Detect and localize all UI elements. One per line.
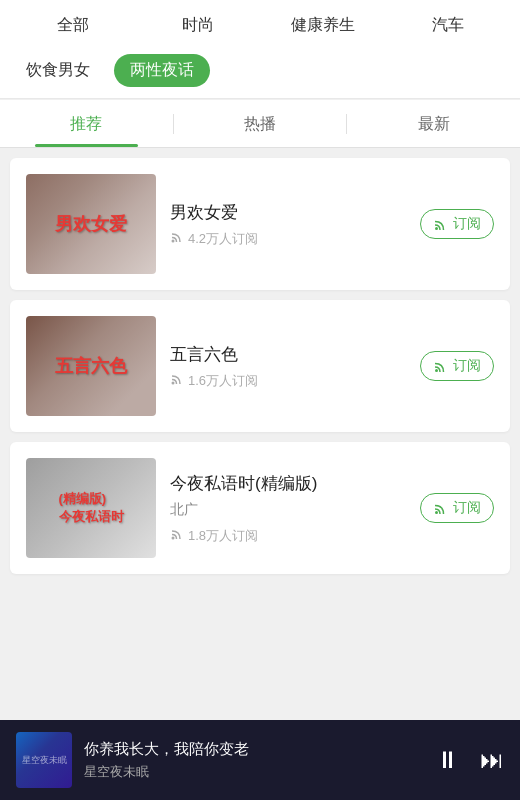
category-nav-row1: 全部 时尚 健康养生 汽车 — [10, 0, 510, 50]
svg-point-0 — [172, 240, 175, 243]
top-nav: 全部 时尚 健康养生 汽车 饮食男女 两性夜话 — [0, 0, 520, 99]
card-3-thumb-text: (精编版) 今夜私语时 — [26, 458, 156, 558]
card-3-subscribe-btn[interactable]: 订阅 — [420, 493, 494, 523]
svg-point-5 — [435, 511, 438, 514]
svg-point-4 — [172, 537, 175, 540]
card-1-subscribe-label: 订阅 — [453, 215, 481, 233]
card-2-subscribe-btn[interactable]: 订阅 — [420, 351, 494, 381]
svg-point-2 — [172, 382, 175, 385]
rss-icon-3 — [170, 527, 184, 544]
card-2-thumb-text: 五言六色 — [26, 316, 156, 416]
card-1-subscribe-btn[interactable]: 订阅 — [420, 209, 494, 239]
card-2-title: 五言六色 — [170, 343, 410, 366]
next-button[interactable]: ⏭ — [480, 746, 504, 774]
player-thumb: 星空夜未眠 — [16, 732, 72, 788]
svg-point-1 — [435, 227, 438, 230]
sub-tabs: 推荐 热播 最新 — [0, 100, 520, 148]
card-3-subscribe-label: 订阅 — [453, 499, 481, 517]
content-area: 男欢女爱 男欢女爱 4.2万人订阅 — [0, 148, 520, 720]
card-2-thumb: 五言六色 — [26, 316, 156, 416]
card-1-info: 男欢女爱 4.2万人订阅 — [170, 201, 410, 248]
card-2-meta: 1.6万人订阅 — [170, 372, 410, 390]
card-3-subtitle: 北广 — [170, 501, 410, 519]
card-2-info: 五言六色 1.6万人订阅 — [170, 343, 410, 390]
card-2: 五言六色 五言六色 1.6万人订阅 — [10, 300, 510, 432]
nav-fashion[interactable]: 时尚 — [135, 5, 260, 46]
player-info: 你养我长大，我陪你变老 星空夜未眠 — [84, 740, 436, 781]
card-1-title: 男欢女爱 — [170, 201, 410, 224]
player-subtitle: 星空夜未眠 — [84, 763, 436, 781]
nav-car[interactable]: 汽车 — [385, 5, 510, 46]
tab-latest[interactable]: 最新 — [347, 100, 520, 147]
bottom-player: 星空夜未眠 你养我长大，我陪你变老 星空夜未眠 ⏸ ⏭ — [0, 720, 520, 800]
card-2-subscribe-label: 订阅 — [453, 357, 481, 375]
card-1-thumb: 男欢女爱 — [26, 174, 156, 274]
card-3-title: 今夜私语时(精编版) — [170, 472, 410, 495]
card-2-right: 订阅 — [420, 351, 494, 381]
card-3-thumb: (精编版) 今夜私语时 — [26, 458, 156, 558]
card-1-meta: 4.2万人订阅 — [170, 230, 410, 248]
svg-point-3 — [435, 369, 438, 372]
player-thumb-text: 星空夜未眠 — [20, 752, 69, 769]
rss-icon-2 — [170, 372, 184, 389]
player-controls: ⏸ ⏭ — [436, 746, 504, 774]
rss-icon-1 — [170, 230, 184, 247]
card-3: (精编版) 今夜私语时 今夜私语时(精编版) 北广 1.8万人订阅 — [10, 442, 510, 574]
pause-button[interactable]: ⏸ — [436, 746, 460, 774]
card-3-subscribers: 1.8万人订阅 — [188, 527, 258, 545]
card-3-right: 订阅 — [420, 493, 494, 523]
card-1-subscribers: 4.2万人订阅 — [188, 230, 258, 248]
nav-health[interactable]: 健康养生 — [260, 5, 385, 46]
player-title: 你养我长大，我陪你变老 — [84, 740, 436, 759]
nav-food[interactable]: 饮食男女 — [10, 54, 106, 87]
card-3-info: 今夜私语时(精编版) 北广 1.8万人订阅 — [170, 472, 410, 545]
card-2-subscribers: 1.6万人订阅 — [188, 372, 258, 390]
tab-hot[interactable]: 热播 — [174, 100, 347, 147]
nav-sex-talk[interactable]: 两性夜话 — [114, 54, 210, 87]
category-nav-row2: 饮食男女 两性夜话 — [10, 50, 510, 98]
tab-recommend[interactable]: 推荐 — [0, 100, 173, 147]
card-1-thumb-text: 男欢女爱 — [26, 174, 156, 274]
card-3-meta: 1.8万人订阅 — [170, 527, 410, 545]
nav-all[interactable]: 全部 — [10, 5, 135, 46]
card-1: 男欢女爱 男欢女爱 4.2万人订阅 — [10, 158, 510, 290]
card-1-right: 订阅 — [420, 209, 494, 239]
